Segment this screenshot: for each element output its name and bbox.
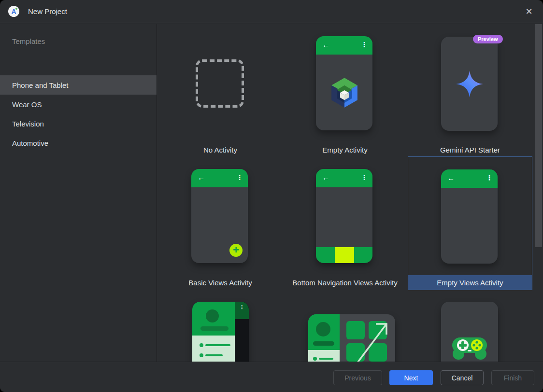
selected-label-strip: Empty Views Activity	[408, 275, 532, 290]
scrollbar-track[interactable]	[534, 24, 543, 362]
back-arrow-icon: ←	[322, 173, 329, 182]
phone-thumbnail: ← ⋮	[316, 36, 372, 130]
sidebar-list: Phone and Tablet Wear OS Television Auto…	[0, 75, 157, 153]
app-bar: ← ⋮	[316, 169, 372, 187]
back-arrow-icon: ←	[322, 41, 329, 49]
bottom-navigation-selected-segment	[335, 247, 354, 263]
overflow-menu-icon: ⋮	[235, 302, 249, 319]
phone-screen	[316, 55, 372, 130]
titlebar: A New Project ✕	[0, 0, 543, 23]
sidebar-item-label: Wear OS	[12, 100, 42, 109]
back-arrow-icon: ←	[198, 173, 205, 182]
dialog-title: New Project	[28, 7, 67, 15]
preview-badge: Preview	[473, 35, 503, 43]
fab-plus-icon: +	[229, 244, 243, 257]
template-card-label: Empty Activity	[283, 146, 407, 154]
bottom-navigation-icon	[316, 247, 372, 263]
close-icon[interactable]: ✕	[519, 0, 539, 23]
app-bar: ← ⋮	[191, 169, 248, 187]
template-card-label: Bottom Navigation Views Activity	[283, 279, 407, 287]
menu-item-dot	[200, 343, 203, 347]
sidebar-item-television[interactable]: Television	[0, 114, 157, 133]
previous-button[interactable]: Previous	[333, 370, 382, 385]
menu-item-line	[205, 354, 223, 356]
overflow-menu-icon: ⋮	[236, 173, 243, 181]
menu-item-dot	[200, 353, 203, 357]
template-card-label: Basic Views Activity	[158, 279, 283, 287]
next-button[interactable]: Next	[389, 370, 433, 385]
avatar	[206, 309, 219, 322]
new-project-dialog: A New Project ✕ Templates Phone and Tabl…	[0, 0, 543, 392]
template-grid: No Activity ← ⋮	[157, 24, 543, 362]
logo-green-dot	[15, 8, 17, 10]
drawer-header	[192, 302, 235, 336]
phone-screen	[441, 37, 498, 131]
app-bar: ← ⋮	[316, 36, 372, 55]
phone-thumbnail: ← ⋮	[316, 169, 372, 263]
drawer-title-bar	[200, 326, 229, 331]
jetpack-compose-icon	[329, 77, 360, 108]
sidebar-item-label: Phone and Tablet	[12, 81, 69, 89]
template-card-empty-views-activity-selected[interactable]: ← ⋮ Empty Views Activity	[408, 156, 532, 290]
overflow-menu-icon: ⋮	[361, 173, 368, 181]
overflow-menu-icon: ⋮	[361, 41, 368, 48]
app-bar: ← ⋮	[441, 169, 498, 188]
phone-thumbnail: ← ⋮ +	[191, 169, 248, 263]
phone-thumbnail: ← ⋮	[441, 169, 498, 264]
finish-button[interactable]: Finish	[491, 370, 534, 385]
cancel-button[interactable]: Cancel	[441, 370, 484, 385]
sidebar-item-phone-and-tablet[interactable]: Phone and Tablet	[0, 75, 157, 95]
title-bar	[313, 341, 334, 346]
sidebar-item-wear-os[interactable]: Wear OS	[0, 95, 157, 114]
phone-thumbnail	[441, 37, 498, 131]
menu-item-line	[319, 358, 333, 360]
sidebar-header: Templates	[0, 24, 157, 49]
templates-sidebar: Templates Phone and Tablet Wear OS Telev…	[0, 24, 157, 362]
gemini-star-icon	[456, 70, 484, 98]
scrollbar-thumb[interactable]	[535, 24, 542, 247]
avatar	[316, 322, 330, 336]
sidebar-item-automotive[interactable]: Automotive	[0, 133, 157, 153]
menu-item-dot	[313, 357, 317, 361]
menu-item-line	[205, 344, 230, 346]
sidebar-item-label: Television	[12, 120, 44, 128]
plus-glyph: +	[233, 245, 239, 255]
sidebar-item-label: Automotive	[12, 139, 48, 147]
template-card-label: No Activity	[158, 146, 283, 154]
footer-bar: Previous Next Cancel Finish	[0, 362, 543, 392]
back-arrow-icon: ←	[447, 174, 455, 182]
overflow-menu-icon: ⋮	[486, 174, 493, 182]
template-card-label: Gemini API Starter	[408, 146, 532, 154]
android-studio-logo-icon: A	[8, 6, 19, 17]
template-card-label: Empty Views Activity	[437, 279, 503, 287]
gamepad-icon	[451, 334, 488, 363]
dashed-placeholder-icon	[196, 59, 244, 108]
